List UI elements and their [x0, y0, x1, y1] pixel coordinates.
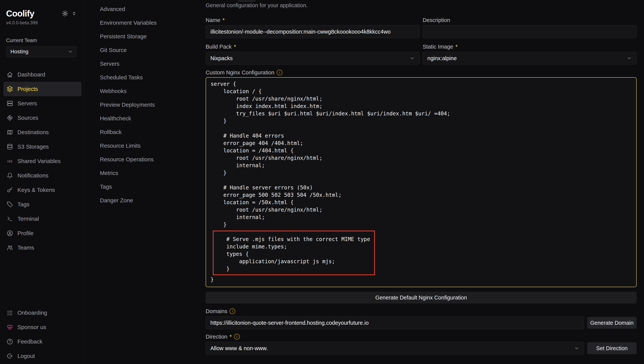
sidebar-item-label: Destinations — [18, 129, 49, 135]
subnav-item-preview-deployments[interactable]: Preview Deployments — [100, 98, 206, 112]
terminal-icon — [7, 216, 13, 222]
info-icon[interactable]: i — [234, 334, 240, 339]
svg-text:(x): (x) — [7, 159, 13, 163]
nginx-config-editor[interactable]: server { location / { root /usr/share/ng… — [206, 77, 636, 287]
git-source-icon — [7, 115, 13, 121]
sidebar-item-keys-tokens[interactable]: Keys & Tokens — [4, 183, 82, 197]
static-image-select[interactable]: nginx:alpine — [423, 52, 636, 65]
sidebar-item-sponsor-us[interactable]: Sponsor us — [4, 320, 82, 334]
generate-domain-button[interactable]: Generate Domain — [587, 317, 636, 329]
current-team-label: Current Team — [6, 38, 81, 44]
direction-value: Allow www & non-www. — [210, 345, 268, 351]
server-icon — [7, 100, 13, 106]
direction-label: Direction * i — [206, 333, 636, 340]
name-input[interactable] — [206, 25, 420, 38]
sidebar-item-notifications[interactable]: Notifications — [4, 168, 82, 183]
build-pack-label: Build Pack* — [206, 44, 420, 50]
build-pack-select[interactable]: Nixpacks — [206, 52, 420, 65]
sidebar-item-label: Projects — [18, 86, 38, 92]
help-circle-icon — [7, 338, 13, 345]
sidebar-item-dashboard[interactable]: Dashboard — [4, 67, 82, 82]
logo-row: Coolify — [6, 8, 81, 19]
sidebar-item-s3-storages[interactable]: S3 Storages — [4, 139, 82, 154]
subnav-item-servers[interactable]: Servers — [100, 57, 206, 71]
direction-select[interactable]: Allow www & non-www. — [206, 342, 584, 355]
sidebar-footer-nav: OnboardingSponsor usFeedbackLogout — [4, 306, 82, 363]
sidebar-item-feedback[interactable]: Feedback — [4, 334, 82, 349]
app-logo: Coolify — [6, 8, 34, 19]
sidebar-item-label: Tags — [18, 201, 30, 208]
description-input[interactable] — [423, 25, 636, 38]
sidebar-item-terminal[interactable]: Terminal — [4, 212, 82, 226]
theme-sun-icon[interactable] — [62, 10, 68, 17]
braces-x-icon: (x) — [7, 158, 13, 164]
subnav-item-environment-variables[interactable]: Environment Variables — [100, 16, 206, 30]
tab-remnant — [238, 0, 256, 2]
users-icon — [7, 245, 13, 251]
chevron-down-icon — [626, 56, 632, 61]
sidebar-item-logout[interactable]: Logout — [4, 349, 82, 363]
settings-subnav: AdvancedEnvironment VariablesPersistent … — [84, 0, 206, 364]
sidebar: Coolify v4.0.0-beta.399 Current Team Hos… — [0, 0, 84, 364]
subnav-item-metrics[interactable]: Metrics — [100, 166, 206, 180]
sidebar-item-label: Sponsor us — [18, 324, 46, 330]
set-direction-button[interactable]: Set Direction — [587, 342, 636, 354]
subnav-item-advanced[interactable]: Advanced — [100, 2, 206, 16]
sidebar-item-label: Terminal — [18, 216, 39, 222]
nginx-code-before: server { location / { root /usr/share/ng… — [210, 80, 632, 228]
subnav-item-danger-zone[interactable]: Danger Zone — [100, 194, 206, 207]
name-label: Name* — [206, 17, 420, 23]
subnav-item-tags[interactable]: Tags — [100, 180, 206, 194]
generate-default-nginx-button[interactable]: Generate Default Nginx Configuration — [206, 292, 636, 303]
bell-icon — [7, 172, 13, 178]
sidebar-item-label: Profile — [18, 230, 34, 237]
sidebar-item-label: Logout — [18, 353, 35, 359]
info-icon[interactable]: i — [230, 308, 235, 314]
domains-input[interactable] — [206, 316, 584, 329]
sidebar-item-label: Keys & Tokens — [18, 187, 55, 193]
checklist-icon — [7, 310, 13, 316]
key-icon — [7, 187, 13, 193]
chevron-down-icon — [68, 49, 73, 54]
sidebar-item-projects[interactable]: Projects — [4, 82, 82, 96]
sidebar-item-destinations[interactable]: Destinations — [4, 125, 82, 139]
static-image-label: Static Image* — [423, 44, 636, 50]
layers-icon — [7, 86, 13, 92]
sidebar-item-tags[interactable]: Tags — [4, 197, 82, 212]
sidebar-item-teams[interactable]: Teams — [4, 240, 82, 255]
sidebar-item-label: Dashboard — [18, 71, 45, 78]
sidebar-item-label: Onboarding — [18, 309, 47, 316]
sidebar-item-sources[interactable]: Sources — [4, 111, 82, 125]
subnav-item-scheduled-tasks[interactable]: Scheduled Tasks — [100, 71, 206, 84]
subnav-item-resource-operations[interactable]: Resource Operations — [100, 152, 206, 166]
red-annotation-box: # Serve .mjs files with the correct MIME… — [213, 231, 375, 275]
team-select[interactable]: Hosting — [6, 46, 76, 57]
sidebar-item-profile[interactable]: Profile — [4, 226, 82, 240]
logout-icon — [7, 353, 13, 359]
sidebar-item-label: Teams — [18, 244, 34, 251]
nginx-code-after: } — [210, 276, 632, 283]
sidebar-item-servers[interactable]: Servers — [4, 96, 82, 111]
sidebar-item-label: Servers — [18, 100, 37, 107]
info-icon[interactable]: i — [277, 70, 282, 75]
subnav-item-healthcheck[interactable]: Healthcheck — [100, 112, 206, 125]
page-subtitle: General configuration for your applicati… — [206, 0, 636, 9]
database-icon — [7, 144, 13, 150]
chevron-down-icon — [410, 56, 415, 61]
sidebar-item-shared-variables[interactable]: (x)Shared Variables — [4, 154, 82, 168]
chevron-down-icon — [574, 345, 579, 351]
domains-label: Domains i — [206, 308, 636, 314]
subnav-item-rollback[interactable]: Rollback — [100, 125, 206, 139]
main-content: General configuration for your applicati… — [206, 0, 644, 364]
subnav-item-webhooks[interactable]: Webhooks — [100, 84, 206, 98]
build-pack-value: Nixpacks — [210, 55, 233, 62]
subnav-item-git-source[interactable]: Git Source — [100, 43, 206, 57]
sidebar-item-label: Feedback — [18, 338, 42, 345]
sidebar-item-onboarding[interactable]: Onboarding — [4, 306, 82, 320]
chevrons-up-down-icon[interactable] — [72, 11, 76, 16]
subnav-item-resource-limits[interactable]: Resource Limits — [100, 139, 206, 152]
map-icon — [7, 129, 13, 135]
description-label: Description — [423, 17, 636, 23]
subnav-item-persistent-storage[interactable]: Persistent Storage — [100, 30, 206, 43]
static-image-value: nginx:alpine — [427, 55, 457, 62]
